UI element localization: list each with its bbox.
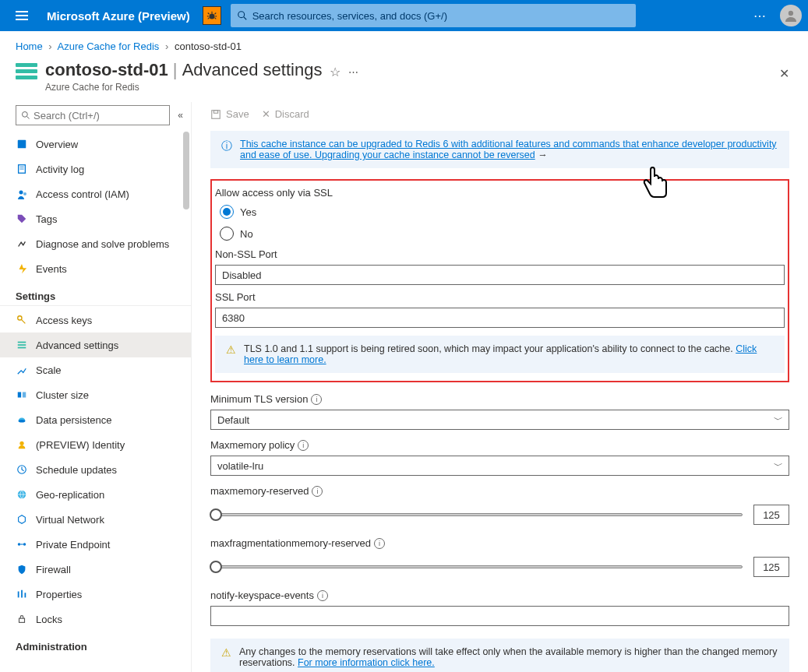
search-icon [237,10,248,21]
sidebar-item-schedule[interactable]: Schedule updates [0,457,191,482]
vnet-icon [16,513,28,526]
svg-point-19 [19,442,23,445]
breadcrumb: Home › Azure Cache for Redis › contoso-s… [0,31,808,57]
maxmemory-reserved-label: maxmemory-reserved [210,485,309,497]
sidebar-item-locks[interactable]: Locks [0,607,191,632]
chevron-right-icon: › [48,40,51,52]
brand: Microsoft Azure (Preview) [47,9,190,23]
identity-icon [16,438,28,451]
svg-rect-17 [23,392,26,398]
resource-title: contoso-std-01 [45,60,168,79]
sidebar-item-overview[interactable]: Overview [0,132,191,157]
sidebar-item-activity[interactable]: Activity log [0,157,191,181]
maxmemory-reserved-value[interactable]: 125 [753,505,789,525]
pe-icon [16,538,28,551]
section-title: Advanced settings [182,60,323,79]
scrollbar[interactable] [183,132,189,209]
sidebar-item-label: Private Endpoint [36,539,110,551]
sidebar-item-label: Data persistence [36,414,112,426]
sidebar-item-firewall[interactable]: Firewall [0,557,191,582]
preview-badge[interactable] [203,6,221,25]
sidebar-group-admin: Administration [0,632,191,656]
sidebar-item-label: Advanced settings [36,340,118,351]
sidebar-item-iam[interactable]: Access control (IAM) [0,181,191,206]
sidebar-item-vnet[interactable]: Virtual Network [0,507,191,532]
info-icon[interactable]: i [298,440,309,451]
sidebar-item-events[interactable]: Events [0,256,191,281]
breadcrumb-home[interactable]: Home [16,40,43,52]
memory-info-link[interactable]: For more information click here. [298,657,435,668]
sidebar-item-label: Virtual Network [36,514,104,526]
min-tls-select[interactable]: ﹀ [210,410,789,430]
notify-keyspace-input[interactable] [210,606,789,626]
global-search-input[interactable] [248,10,630,22]
ssl-port-field[interactable] [215,308,785,328]
ssl-no-option[interactable]: No [220,227,785,241]
sidebar-item-label: Firewall [36,564,71,575]
sidebar-item-identity[interactable]: (PREVIEW) Identity [0,432,191,457]
svg-rect-29 [212,110,221,118]
info-icon[interactable]: i [374,538,385,549]
more-menu[interactable]: ⋯ [753,9,767,23]
sidebar-item-pe[interactable]: Private Endpoint [0,532,191,557]
ssl-yes-option[interactable]: Yes [220,205,785,219]
sidebar-item-diagnose[interactable]: Diagnose and solve problems [0,231,191,256]
sidebar-item-label: Schedule updates [36,464,117,476]
maxmemory-reserved-slider[interactable] [210,513,743,516]
svg-point-0 [209,13,214,19]
ssl-port-label: SSL Port [215,291,785,303]
maxfrag-reserved-label: maxfragmentationmemory-reserved [210,537,371,549]
memory-warning: ⚠ Any changes to the memory reservations… [210,639,789,672]
locks-icon [16,613,28,625]
svg-point-18 [19,420,26,423]
maxfrag-reserved-value[interactable]: 125 [753,557,789,577]
sidebar-item-label: Access control (IAM) [36,188,129,200]
discard-button[interactable]: ✕ Discard [262,108,309,120]
radio-icon [220,227,234,241]
info-icon[interactable]: i [312,486,323,497]
svg-rect-16 [18,392,21,398]
sidebar-search[interactable] [16,105,170,125]
svg-point-1 [238,12,244,18]
breadcrumb-resource: contoso-std-01 [175,40,242,52]
non-ssl-port-label: Non-SSL Port [215,248,785,260]
info-icon[interactable]: i [317,590,328,601]
bug-icon [206,10,217,21]
maxfrag-reserved-slider[interactable] [210,565,743,568]
info-icon[interactable]: i [311,394,322,405]
firewall-icon [16,563,28,575]
user-icon [783,8,799,23]
save-button[interactable]: Save [210,108,249,120]
events-icon [16,262,28,275]
sidebar-item-cluster[interactable]: Cluster size [0,382,191,407]
ssl-section-highlight: Allow access only via SSL Yes No Non-SSL… [210,179,789,382]
breadcrumb-service[interactable]: Azure Cache for Redis [58,40,160,52]
sidebar-item-props[interactable]: Properties [0,582,191,607]
geo-icon [16,488,28,501]
sidebar-item-advanced[interactable]: Advanced settings [0,332,191,357]
sidebar-search-input[interactable] [30,110,164,121]
keys-icon [16,314,28,326]
svg-point-3 [789,11,793,16]
props-icon [16,588,28,600]
tags-icon [16,213,28,225]
sidebar-item-keys[interactable]: Access keys [0,308,191,332]
non-ssl-port-field[interactable] [215,265,785,285]
sidebar-item-geo[interactable]: Geo-replication [0,482,191,507]
chevron-right-icon: › [165,40,168,52]
maxmemory-policy-select[interactable]: ﹀ [210,456,789,476]
user-avatar[interactable] [780,5,802,26]
upgrade-link[interactable]: This cache instance can be upgraded to R… [240,139,777,160]
sidebar-item-label: Tags [36,213,57,225]
scale-icon [16,364,28,376]
collapse-sidebar[interactable]: « [178,110,183,121]
pin-icon[interactable]: ☆ [330,65,340,79]
sidebar-item-persist[interactable]: Data persistence [0,407,191,432]
sidebar-item-scale[interactable]: Scale [0,357,191,382]
global-search[interactable] [231,4,636,27]
close-blade[interactable]: ✕ [776,63,792,84]
activity-icon [16,163,28,175]
hamburger-menu[interactable] [6,0,37,31]
sidebar-item-tags[interactable]: Tags [0,206,191,231]
more-icon[interactable]: ⋯ [348,66,358,78]
